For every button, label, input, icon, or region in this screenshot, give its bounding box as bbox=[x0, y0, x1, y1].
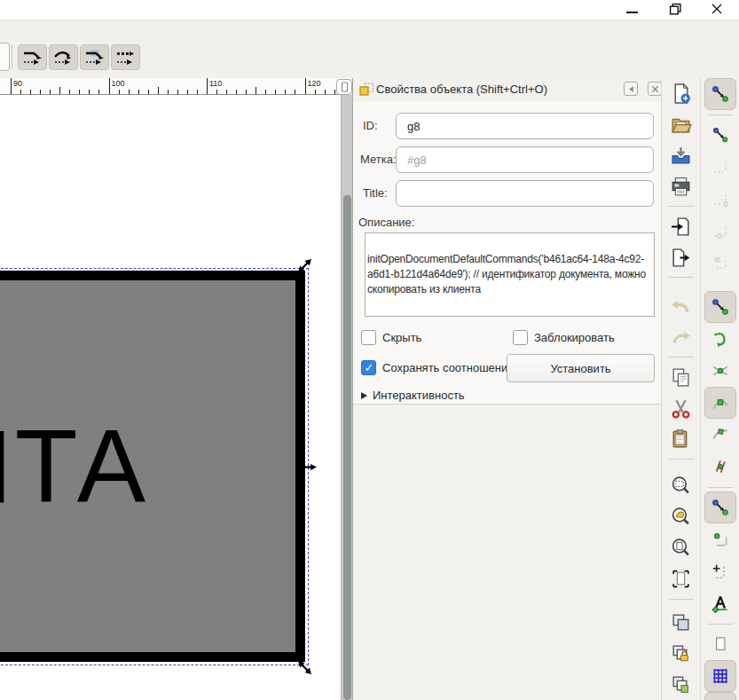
description-field[interactable]: initOpenDocumentDefaultCommands('b461ac6… bbox=[365, 232, 655, 317]
snap-page-border-button[interactable] bbox=[704, 628, 736, 660]
horizontal-ruler[interactable]: 90100110120 bbox=[0, 78, 340, 95]
ruler-tick bbox=[187, 90, 188, 94]
snap-smooth-nodes-button[interactable] bbox=[704, 419, 736, 451]
dialog-title: Свойства объекта (Shift+Ctrl+O) bbox=[376, 83, 547, 96]
snap-cusp-nodes-button[interactable] bbox=[704, 387, 736, 419]
vertical-scrollbar[interactable] bbox=[341, 95, 352, 700]
export-icon bbox=[670, 247, 692, 269]
snap-rotation-centers-button[interactable] bbox=[704, 555, 736, 587]
toolbar-separator bbox=[708, 487, 733, 488]
minimize-button[interactable] bbox=[618, 0, 645, 18]
ruler-tick bbox=[158, 87, 159, 94]
close-button[interactable] bbox=[704, 0, 730, 18]
snap-toolbar bbox=[700, 78, 739, 700]
vertical-scrollbar-thumb[interactable] bbox=[343, 195, 351, 700]
save-document-button[interactable] bbox=[665, 140, 696, 171]
zoom-selection-icon bbox=[670, 475, 692, 497]
dialog-close-button[interactable] bbox=[648, 82, 662, 96]
spiro-mode-button[interactable] bbox=[49, 44, 78, 70]
zoom-page-button[interactable] bbox=[665, 532, 696, 563]
ruler-tick bbox=[295, 90, 295, 94]
duplicate-button[interactable] bbox=[665, 607, 696, 638]
paste-icon bbox=[670, 428, 692, 450]
snap-bbox-edge-midpoints-icon bbox=[711, 221, 730, 240]
toolbar-separator bbox=[708, 114, 733, 115]
snap-bounding-box-button[interactable] bbox=[704, 119, 736, 151]
commands-toolbar bbox=[661, 78, 700, 700]
ruler-tick bbox=[109, 78, 110, 94]
clone-button[interactable] bbox=[665, 638, 696, 669]
paste-button[interactable] bbox=[665, 424, 696, 455]
snap-text-baselines-icon bbox=[711, 594, 730, 613]
lock-checkbox[interactable] bbox=[513, 330, 528, 345]
unlink-clone-button[interactable] bbox=[665, 669, 696, 700]
ruler-tick bbox=[119, 90, 120, 94]
interactivity-expander[interactable]: Интерактивность bbox=[361, 389, 465, 402]
canvas[interactable]: НТА bbox=[0, 95, 340, 700]
export-button[interactable] bbox=[665, 242, 696, 273]
cut-icon bbox=[670, 397, 692, 420]
hide-checkbox[interactable] bbox=[361, 330, 376, 345]
snap-nodes-button[interactable] bbox=[704, 291, 736, 323]
restore-button[interactable] bbox=[662, 0, 688, 18]
tool-controls-bar bbox=[0, 20, 739, 78]
label-input[interactable] bbox=[396, 146, 654, 173]
zoom-drawing-button[interactable] bbox=[665, 501, 696, 532]
dialog-header: Свойства объекта (Shift+Ctrl+O) bbox=[353, 78, 661, 101]
import-button[interactable] bbox=[665, 211, 696, 242]
lock-checkbox-label: Заблокировать bbox=[534, 331, 615, 344]
snap-line-midpoints-button[interactable] bbox=[704, 451, 736, 483]
zoom-page-width-button[interactable] bbox=[665, 563, 696, 594]
open-document-button[interactable] bbox=[665, 109, 696, 140]
ruler-tick bbox=[59, 87, 60, 94]
bspline-mode-button[interactable] bbox=[80, 44, 109, 70]
preserve-ratio-checkbox[interactable] bbox=[361, 360, 376, 375]
snap-grids-button[interactable] bbox=[704, 660, 736, 692]
set-button[interactable]: Установить bbox=[507, 354, 655, 382]
cms-toggle-button[interactable] bbox=[336, 79, 352, 95]
snap-smooth-nodes-icon bbox=[711, 425, 730, 444]
resize-handle-bottom-right-icon[interactable] bbox=[297, 660, 312, 675]
ruler-tick bbox=[207, 78, 208, 94]
spiro-path-icon bbox=[52, 49, 75, 67]
ruler-tick bbox=[11, 78, 12, 94]
cut-button[interactable] bbox=[665, 393, 696, 424]
bezier-path-icon bbox=[21, 49, 44, 67]
id-label: ID: bbox=[363, 119, 378, 132]
resize-handle-top-right-icon[interactable] bbox=[297, 258, 312, 273]
snap-bbox-centers-button bbox=[704, 247, 736, 279]
snap-path-intersections-button[interactable] bbox=[704, 355, 736, 387]
redo-button bbox=[665, 322, 696, 353]
new-document-button[interactable] bbox=[665, 78, 696, 109]
dialog-float-button[interactable] bbox=[624, 82, 638, 96]
toolbar-separator bbox=[12, 44, 12, 69]
title-input[interactable] bbox=[396, 180, 654, 207]
selected-object[interactable]: НТА bbox=[0, 271, 305, 662]
object-properties-icon bbox=[358, 82, 374, 98]
snap-bbox-edge-midpoints-button bbox=[704, 215, 736, 247]
page-icon bbox=[338, 81, 350, 93]
bezier-mode-button[interactable] bbox=[18, 44, 47, 70]
id-input[interactable] bbox=[396, 113, 654, 139]
resize-handle-right-icon[interactable] bbox=[300, 461, 317, 473]
partial-toolbar-button[interactable] bbox=[0, 43, 10, 71]
enable-snapping-button[interactable] bbox=[704, 78, 736, 110]
new-document-icon bbox=[670, 83, 692, 105]
print-button[interactable] bbox=[665, 171, 696, 202]
zoom-selection-button[interactable] bbox=[665, 470, 696, 501]
snap-to-paths-button[interactable] bbox=[704, 323, 736, 355]
snap-object-centers-icon bbox=[711, 530, 730, 549]
save-icon bbox=[670, 145, 692, 167]
paraxial-mode-button[interactable] bbox=[111, 44, 140, 70]
ruler-tick bbox=[256, 87, 256, 94]
snap-text-baselines-button[interactable] bbox=[704, 587, 736, 619]
snap-other-points-button[interactable] bbox=[704, 492, 736, 523]
snap-object-centers-button[interactable] bbox=[704, 523, 736, 555]
description-text: initOpenDocumentDefaultCommands('b461ac6… bbox=[366, 252, 654, 297]
import-icon bbox=[670, 216, 692, 238]
snap-guides-button[interactable] bbox=[704, 692, 736, 700]
copy-icon bbox=[670, 366, 692, 389]
snap-bbox-edges-icon bbox=[711, 157, 730, 177]
copy-button[interactable] bbox=[665, 362, 696, 393]
redo-icon bbox=[670, 326, 692, 349]
